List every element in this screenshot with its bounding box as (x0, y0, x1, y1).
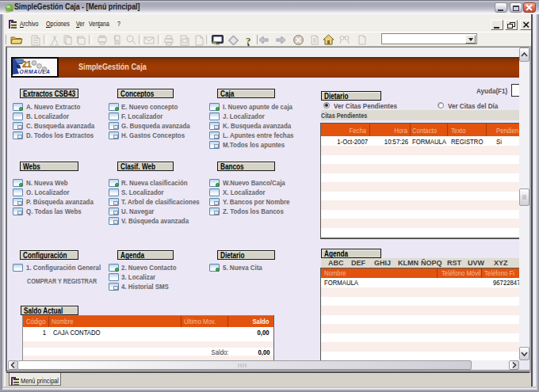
svg-text:ORMAULA: ORMAULA (20, 69, 51, 74)
svg-text:21: 21 (22, 59, 32, 69)
